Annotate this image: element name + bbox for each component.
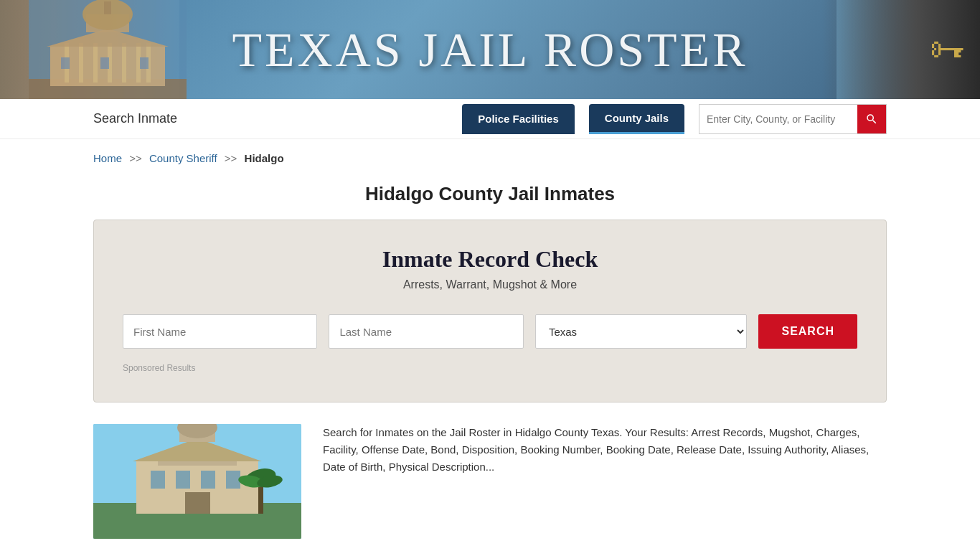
svg-rect-16 — [100, 57, 109, 69]
svg-rect-7 — [122, 43, 126, 83]
svg-rect-25 — [226, 471, 240, 489]
inmate-search-button[interactable]: SEARCH — [758, 314, 857, 349]
svg-rect-5 — [93, 43, 98, 83]
svg-rect-17 — [140, 57, 149, 69]
record-check-subtitle: Arrests, Warrant, Mugshot & More — [123, 278, 857, 291]
banner-title: Texas Jail Roster — [232, 22, 748, 78]
record-check-title: Inmate Record Check — [123, 246, 857, 273]
nav-bar: Search Inmate Police Facilities County J… — [0, 99, 980, 139]
facility-search-wrapper — [699, 104, 887, 134]
header-banner: Texas Jail Roster 🗝 — [0, 0, 980, 99]
breadcrumb: Home >> County Sheriff >> Hidalgo — [93, 139, 887, 171]
keys-icon: 🗝 — [930, 29, 966, 70]
svg-rect-13 — [104, 1, 111, 14]
svg-rect-26 — [185, 492, 210, 514]
breadcrumb-current: Hidalgo — [245, 152, 284, 164]
main-content: Home >> County Sheriff >> Hidalgo Hidalg… — [0, 139, 980, 539]
facility-search-button[interactable] — [857, 105, 886, 133]
breadcrumb-sep2: >> — [225, 152, 237, 164]
svg-rect-15 — [61, 57, 70, 69]
svg-rect-24 — [201, 471, 215, 489]
description-text: Search for Inmates on the Jail Roster in… — [323, 424, 887, 476]
last-name-input[interactable] — [329, 314, 523, 349]
svg-rect-4 — [79, 43, 83, 83]
keys-area: 🗝 — [822, 0, 980, 99]
page-title: Hidalgo County Jail Inmates — [93, 183, 887, 205]
county-jails-button[interactable]: County Jails — [589, 104, 684, 134]
svg-rect-23 — [176, 471, 190, 489]
search-icon — [865, 113, 878, 126]
sponsored-label: Sponsored Results — [123, 363, 857, 373]
state-select[interactable]: Texas Alabama Alaska Arizona Arkansas Ca… — [535, 314, 748, 349]
jail-image — [93, 424, 301, 539]
jail-building-icon — [93, 424, 301, 539]
capitol-building-icon — [29, 0, 187, 99]
breadcrumb-home[interactable]: Home — [93, 152, 122, 164]
facility-search-input[interactable] — [699, 105, 857, 133]
record-check-box: Inmate Record Check Arrests, Warrant, Mu… — [93, 220, 887, 402]
bottom-section: Search for Inmates on the Jail Roster in… — [93, 424, 887, 539]
breadcrumb-sep1: >> — [129, 152, 142, 164]
first-name-input[interactable] — [123, 314, 317, 349]
breadcrumb-county-sheriff[interactable]: County Sheriff — [149, 152, 217, 164]
police-facilities-button[interactable]: Police Facilities — [462, 104, 575, 134]
inmate-search-row: Texas Alabama Alaska Arizona Arkansas Ca… — [123, 314, 857, 349]
search-inmate-label: Search Inmate — [93, 111, 177, 126]
svg-rect-22 — [151, 471, 165, 489]
